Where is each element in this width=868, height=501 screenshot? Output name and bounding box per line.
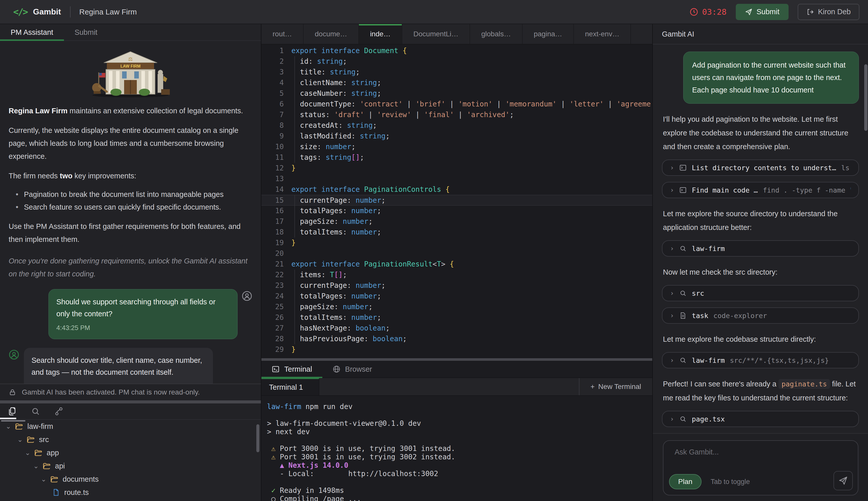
tree-item-documents[interactable]: ⌄documents bbox=[0, 472, 261, 486]
terminal-output[interactable]: law-firm npm run dev > law-firm-document… bbox=[261, 396, 652, 501]
brief-paragraph: The firm needs two key improvements: bbox=[9, 169, 252, 182]
tab-pm-assistant[interactable]: PM Assistant bbox=[0, 24, 64, 40]
pm-chat-log: Should we support searching through all … bbox=[9, 289, 252, 384]
tab-terminal[interactable]: Terminal bbox=[261, 361, 322, 377]
code-line: 1export interface Document { bbox=[261, 45, 652, 56]
code-line: 10 size: number; bbox=[261, 141, 652, 152]
search-icon[interactable] bbox=[30, 406, 41, 417]
code-editor[interactable]: 1export interface Document {2 id: string… bbox=[261, 44, 652, 357]
code-text bbox=[284, 173, 292, 184]
tree-item-app[interactable]: ⌄app bbox=[0, 446, 261, 459]
tool-call-chip[interactable]: ›taskcode-explorer bbox=[662, 307, 859, 324]
submit-button[interactable]: Submit bbox=[736, 4, 789, 20]
line-number: 3 bbox=[261, 67, 284, 77]
editor-tab-globals[interactable]: globals… bbox=[470, 24, 523, 44]
tool-call-chip[interactable]: ›law-firm bbox=[662, 240, 859, 257]
tab-submit[interactable]: Submit bbox=[64, 24, 108, 40]
code-line: 13 bbox=[261, 173, 652, 184]
chevron-right-icon: › bbox=[670, 312, 674, 319]
indent-guide bbox=[294, 269, 295, 344]
files-explorer-icon[interactable] bbox=[7, 406, 18, 417]
terminal-icon bbox=[679, 186, 687, 194]
assistant-avatar-icon bbox=[9, 349, 19, 360]
tree-item-api[interactable]: ⌄api bbox=[0, 459, 261, 472]
brief-paragraph: Use the PM Assistant to first gather req… bbox=[9, 220, 252, 246]
tool-call-label: task bbox=[692, 312, 708, 320]
editor-tab-inde[interactable]: inde… bbox=[359, 24, 402, 44]
tree-horizontal-scrollbar[interactable] bbox=[1, 420, 25, 422]
panel-splitter-handle[interactable] bbox=[0, 401, 261, 403]
send-button[interactable] bbox=[834, 471, 853, 490]
pm-assistant-message: Search should cover title, client name, … bbox=[9, 348, 252, 384]
editor-tab-rout[interactable]: rout… bbox=[261, 24, 304, 44]
code-text: tags: string[]; bbox=[284, 152, 364, 163]
chat-bubble: Should we support searching through all … bbox=[48, 289, 238, 339]
chevron-down-icon: ⌄ bbox=[33, 462, 39, 470]
chip-icon bbox=[679, 164, 687, 171]
code-line: 20 bbox=[261, 248, 652, 259]
tool-call-chip[interactable]: ›Find main code …find . -type f -name "*… bbox=[662, 182, 859, 198]
code-text: pageSize: number; bbox=[284, 216, 373, 227]
tool-call-chip[interactable]: ›List directory contents to underst…ls -… bbox=[662, 160, 859, 176]
terminal-line: ✓ Ready in 1498ms bbox=[267, 486, 652, 495]
tree-item-src[interactable]: ⌄src bbox=[0, 433, 261, 446]
search-icon bbox=[679, 415, 687, 423]
code-text: caseNumber: string; bbox=[284, 88, 381, 99]
chip-icon bbox=[679, 356, 687, 364]
code-text: } bbox=[284, 237, 296, 248]
terminal-line: law-firm npm run dev bbox=[267, 403, 652, 411]
terminal-line: ○ Compiling /page ... bbox=[267, 495, 652, 501]
logout-user-button[interactable]: Kiron Deb bbox=[798, 4, 859, 20]
terminal-splitter-handle[interactable] bbox=[261, 358, 652, 361]
composer-box: Plan Tab to toggle bbox=[663, 440, 858, 495]
editor-tab-docume[interactable]: docume… bbox=[304, 24, 359, 44]
editor-tab-DocumentLi[interactable]: DocumentLi… bbox=[402, 24, 470, 44]
terminal-session-tab[interactable]: Terminal 1 bbox=[261, 378, 319, 395]
code-text: totalPages: number; bbox=[284, 205, 381, 216]
tree-item-label: app bbox=[47, 449, 59, 457]
code-text: } bbox=[284, 344, 296, 355]
chat-bubble: Search should cover title, client name, … bbox=[24, 348, 213, 384]
folder-icon bbox=[34, 448, 43, 457]
search-icon bbox=[679, 245, 687, 252]
editor-tab-pagina[interactable]: pagina… bbox=[523, 24, 574, 44]
tool-call-chip[interactable]: ›src bbox=[662, 285, 859, 301]
code-line: 21export interface PaginationResult<T> { bbox=[261, 259, 652, 269]
file-icon bbox=[52, 488, 60, 497]
tree-item-route.ts[interactable]: route.ts bbox=[0, 486, 261, 499]
tool-call-command: src/**/*.{tsx,ts,jsx,js} bbox=[730, 356, 829, 364]
tool-call-label: law-firm bbox=[692, 356, 725, 364]
brand-name: Gambit bbox=[33, 7, 61, 17]
terminal-line: > next dev bbox=[267, 428, 652, 436]
tool-call-chip[interactable]: ›page.tsx bbox=[662, 411, 859, 427]
code-line: 29} bbox=[261, 344, 652, 355]
chat-scrollbar[interactable] bbox=[864, 64, 868, 131]
tab-browser[interactable]: Browser bbox=[322, 361, 382, 377]
terminal-line bbox=[267, 436, 652, 444]
line-number: 25 bbox=[261, 301, 284, 312]
brief-paragraph: Currently, the website displays the enti… bbox=[9, 124, 252, 163]
improvement-item: Pagination to break the document list in… bbox=[9, 188, 252, 201]
line-number: 29 bbox=[261, 344, 284, 355]
line-number: 26 bbox=[261, 312, 284, 323]
editor-tab-nextenv[interactable]: next-env… bbox=[574, 24, 631, 44]
tree-item-law-firm[interactable]: ⌄law-firm bbox=[0, 420, 261, 433]
folder-icon bbox=[26, 435, 35, 444]
plan-mode-toggle[interactable]: Plan bbox=[669, 474, 702, 489]
line-number: 15 bbox=[261, 195, 284, 205]
chat-text: Should we support searching through all … bbox=[56, 296, 230, 320]
new-terminal-button[interactable]: + New Terminal bbox=[579, 378, 652, 395]
code-line: 11 tags: string[]; bbox=[261, 152, 652, 163]
logout-icon bbox=[806, 8, 814, 16]
terminal-line: ⚠ Port 3001 is in use, trying 3002 inste… bbox=[267, 453, 652, 461]
tool-call-command: find . -type f -name "*… bbox=[763, 186, 851, 194]
chevron-right-icon: › bbox=[670, 186, 674, 194]
git-branch-icon[interactable] bbox=[53, 406, 65, 417]
chevron-down-icon: ⌄ bbox=[25, 449, 31, 457]
tool-call-chip[interactable]: ›law-firmsrc/**/*.{tsx,ts,jsx,js} bbox=[662, 352, 859, 369]
plus-icon: + bbox=[591, 383, 595, 391]
law-firm-illustration: ⚖ LAW FIRM bbox=[84, 50, 177, 98]
tree-vertical-scrollbar[interactable] bbox=[256, 424, 260, 452]
improvement-item: Search feature so users can quickly find… bbox=[9, 201, 252, 213]
ask-gambit-input[interactable] bbox=[674, 448, 847, 456]
